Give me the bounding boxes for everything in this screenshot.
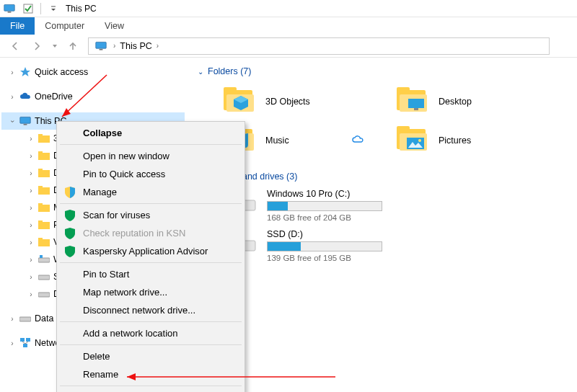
folder-desktop[interactable]: Desktop [395,84,539,120]
ribbon-view-tab[interactable]: View [94,17,134,35]
svg-line-35 [25,342,28,344]
window-title: This PC [66,4,97,14]
svg-rect-23 [38,220,43,223]
ctx-label: Check reputation in KSN [83,228,185,239]
breadcrumb-chevron-icon[interactable]: › [155,42,160,50]
breadcrumb[interactable]: This PC [117,41,154,51]
svg-rect-30 [19,317,31,321]
ctx-label: Delete [83,351,110,362]
drive-free-text: 168 GB free of 204 GB [267,213,382,222]
ctx-label: Map network drive... [83,287,167,298]
ribbon-file-tab[interactable]: File [0,17,35,35]
ctx-disconnect-drive[interactable]: Disconnect network drive... [58,301,243,319]
shield-kaspersky-icon [64,210,76,221]
svg-rect-17 [38,169,43,172]
address-pc-icon [94,40,107,53]
ctx-rename[interactable]: Rename [58,365,243,383]
chevron-right-icon[interactable]: › [26,152,36,160]
ribbon-computer-tab[interactable]: Computer [35,17,94,35]
chevron-right-icon[interactable]: › [7,339,17,347]
ctx-kaspersky-advisor[interactable]: Kaspersky Application Advisor [58,242,243,260]
chevron-right-icon[interactable]: › [26,239,36,246]
chevron-right-icon[interactable]: › [26,187,36,195]
nav-back-button[interactable] [6,37,25,55]
svg-rect-25 [38,238,43,241]
tree-item-quick-access[interactable]: › Quick access [1,63,185,81]
chevron-right-icon[interactable]: › [7,93,17,101]
ctx-label: Add a network location [83,328,178,339]
tree-item-onedrive[interactable]: › OneDrive [1,88,185,105]
titlebar: This PC [0,0,577,17]
ctx-separator [60,344,242,345]
ctx-delete[interactable]: Delete [58,347,243,365]
drive-name: Windows 10 Pro (C:) [267,189,382,199]
ribbon: File Computer View [0,17,577,35]
chevron-right-icon[interactable]: › [26,169,36,177]
svg-rect-1 [8,12,12,13]
chevron-down-icon: ⌄ [198,68,203,76]
qat-properties-icon[interactable] [20,1,36,16]
group-header-drives[interactable]: ⌄ Devices and drives (3) [198,172,565,182]
drive-usage-bar [267,241,382,251]
drive-d[interactable]: SSD (D:) 139 GB free of 195 GB [222,229,388,262]
folder-icon [38,132,50,145]
svg-marker-4 [51,9,56,11]
nav-forward-button[interactable] [27,37,46,55]
svg-point-42 [418,139,421,142]
drive-c[interactable]: Windows 10 Pro (C:) 168 GB free of 204 G… [222,189,388,222]
pc-icon [19,115,32,128]
svg-rect-29 [38,293,50,297]
chevron-right-icon[interactable]: › [26,221,36,229]
svg-marker-5 [53,45,57,48]
ctx-label: Kaspersky Application Advisor [83,246,208,257]
ctx-scan-viruses[interactable]: Scan for viruses [58,206,243,224]
address-bar[interactable]: › This PC › [88,37,550,55]
ctx-map-drive[interactable]: Map network drive... [58,283,243,301]
breadcrumb-chevron-icon[interactable]: › [112,42,117,50]
ctx-label: Scan for viruses [83,210,150,220]
ctx-label: Collapse [83,128,122,138]
svg-rect-15 [38,151,43,154]
svg-rect-32 [26,338,30,342]
svg-rect-13 [38,134,43,137]
tree-label: Quick access [33,67,88,77]
svg-rect-31 [20,338,25,342]
ctx-separator [60,203,242,204]
drive-icon [19,312,32,325]
drive-usage-fill [268,202,288,210]
svg-rect-10 [20,117,30,123]
folder-3d-objects[interactable]: 3D Objects [222,84,366,120]
chevron-right-icon[interactable]: › [26,135,36,143]
chevron-right-icon[interactable]: › [7,68,17,76]
ctx-add-network-location[interactable]: Add a network location [58,324,243,342]
folder-icon [38,218,50,231]
ctx-collapse[interactable]: Collapse [58,124,243,142]
nav-recent-dropdown[interactable] [49,37,61,55]
nav-up-button[interactable] [63,37,82,55]
group-header-folders[interactable]: ⌄ Folders (7) [198,66,565,76]
chevron-right-icon[interactable]: › [26,256,36,264]
chevron-right-icon[interactable]: › [26,273,36,281]
ctx-open-new-window[interactable]: Open in new window [58,147,243,165]
chevron-down-icon[interactable]: › [9,116,17,126]
qat-divider [40,3,41,14]
svg-rect-39 [414,108,418,110]
qat-dropdown-icon[interactable] [45,1,61,16]
tree-label: OneDrive [33,92,73,102]
chevron-right-icon[interactable]: › [26,204,36,212]
folder-pictures[interactable]: Pictures [395,122,539,159]
chevron-right-icon[interactable]: › [26,290,36,298]
ctx-separator [60,262,242,263]
drive-free-text: 139 GB free of 195 GB [267,254,382,262]
svg-rect-8 [100,49,103,50]
chevron-right-icon[interactable]: › [7,315,17,323]
ctx-properties[interactable]: Properties [58,388,243,392]
svg-rect-27 [40,255,43,258]
folder-icon [38,166,50,179]
network-icon [19,337,32,349]
ctx-pin-start[interactable]: Pin to Start [58,265,243,283]
context-menu: Collapse Open in new window Pin to Quick… [56,121,245,392]
ctx-pin-quick-access[interactable]: Pin to Quick access [58,165,243,183]
drive-usage-fill [268,242,301,251]
ctx-manage[interactable]: Manage [58,183,243,201]
